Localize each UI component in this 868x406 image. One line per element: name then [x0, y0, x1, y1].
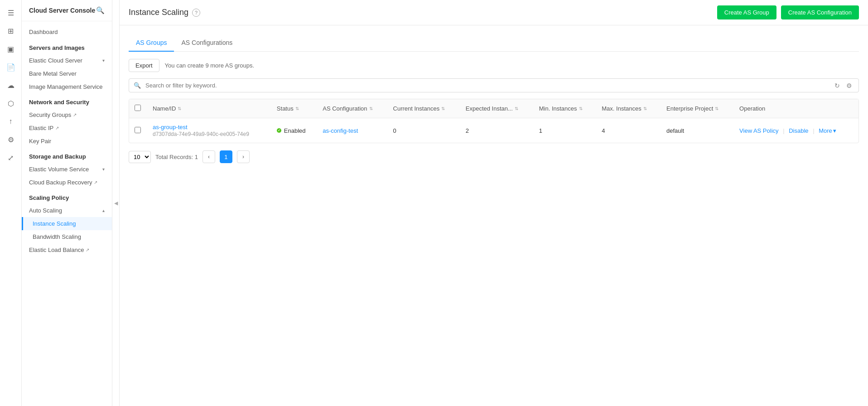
create-as-config-button[interactable]: Create AS Configuration — [781, 5, 859, 19]
external-link-icon-3: ↗ — [94, 180, 97, 185]
sidebar-item-image-mgmt[interactable]: Image Management Service — [22, 80, 112, 93]
search-icon: 🔍 — [134, 82, 141, 89]
instance-scaling-label: Instance Scaling — [33, 220, 76, 227]
app-title: Cloud Server Console — [29, 6, 95, 14]
prev-page-button[interactable]: ‹ — [203, 150, 215, 163]
pagination-total-label: Total Records: 1 — [155, 154, 198, 160]
sidebar-item-auto-scaling[interactable]: Auto Scaling ▴ — [22, 204, 112, 217]
external-link-icon-4: ↗ — [86, 247, 89, 252]
sort-icon-name[interactable]: ⇅ — [178, 106, 181, 111]
security-groups-label: Security Groups ↗ — [29, 111, 77, 118]
chevron-up-icon: ▴ — [102, 208, 105, 213]
toolbar: Export You can create 9 more AS groups. — [129, 59, 859, 72]
create-as-group-button[interactable]: Create AS Group — [717, 5, 776, 19]
sort-icon-status[interactable]: ⇅ — [295, 106, 299, 111]
select-all-checkbox[interactable] — [135, 105, 141, 111]
database-icon[interactable]: ▣ — [3, 41, 19, 57]
view-as-policy-link[interactable]: View AS Policy — [739, 127, 778, 134]
search-bar: 🔍 ↻ ⚙ — [129, 78, 859, 92]
cell-as-config: as-config-test — [317, 118, 387, 143]
col-header-max: Max. Instances⇅ — [596, 99, 661, 118]
quota-info: You can create 9 more AS groups. — [165, 62, 255, 69]
sidebar-item-key-pair[interactable]: Key Pair — [22, 135, 112, 148]
op-separator-2: | — [813, 127, 814, 134]
tab-as-configurations[interactable]: AS Configurations — [174, 34, 240, 52]
page-title: Instance Scaling — [129, 8, 188, 17]
sidebar-item-elastic-cloud-server[interactable]: Elastic Cloud Server ▾ — [22, 54, 112, 67]
sidebar-item-cloud-backup[interactable]: Cloud Backup Recovery ↗ — [22, 176, 112, 189]
cell-status: ✓ Enabled — [271, 118, 317, 143]
sort-icon-current[interactable]: ⇅ — [441, 106, 445, 111]
image-mgmt-label: Image Management Service — [29, 83, 103, 90]
next-page-button[interactable]: › — [237, 150, 250, 163]
sort-icon-max[interactable]: ⇅ — [643, 106, 647, 111]
sidebar-collapse-button[interactable]: ◀ — [112, 0, 120, 406]
cell-min-instances: 1 — [534, 118, 597, 143]
menu-icon[interactable]: ☰ — [3, 5, 19, 21]
sidebar-item-elastic-volume[interactable]: Elastic Volume Service ▾ — [22, 163, 112, 176]
col-header-operation: Operation — [734, 99, 858, 118]
tab-bar: AS Groups AS Configurations — [129, 34, 859, 52]
col-header-name-id: Name/ID⇅ — [147, 99, 271, 118]
network-icon[interactable]: ⬡ — [3, 95, 19, 111]
sidebar-item-bare-metal[interactable]: Bare Metal Server — [22, 67, 112, 80]
sort-icon-enterprise[interactable]: ⇅ — [715, 106, 719, 111]
sidebar-subitem-bandwidth-scaling[interactable]: Bandwidth Scaling — [22, 230, 112, 243]
col-header-enterprise: Enterprise Project⇅ — [661, 99, 734, 118]
export-button[interactable]: Export — [129, 59, 159, 72]
section-title-storage: Storage and Backup — [22, 148, 112, 163]
settings-columns-icon[interactable]: ⚙ — [844, 80, 854, 91]
more-link[interactable]: More ▾ — [819, 127, 836, 134]
section-title-network: Network and Security — [22, 93, 112, 108]
cell-enterprise-project: default — [661, 118, 734, 143]
auto-scaling-label: Auto Scaling — [29, 207, 62, 214]
sort-icon-expected[interactable]: ⇅ — [515, 106, 518, 111]
disable-link[interactable]: Disable — [789, 127, 808, 134]
sidebar-item-security-groups[interactable]: Security Groups ↗ — [22, 108, 112, 121]
elastic-lb-label: Elastic Load Balance ↗ — [29, 246, 89, 253]
sidebar-item-elastic-ip[interactable]: Elastic IP ↗ — [22, 121, 112, 135]
expand-icon[interactable]: ⤢ — [3, 150, 19, 166]
search-bar-actions: ↻ ⚙ — [833, 80, 854, 91]
file-icon[interactable]: 📄 — [3, 59, 19, 75]
page-size-select[interactable]: 10 20 50 — [129, 151, 151, 163]
sidebar-subitem-instance-scaling[interactable]: Instance Scaling — [22, 217, 112, 230]
sidebar-item-elastic-load-balance[interactable]: Elastic Load Balance ↗ — [22, 243, 112, 256]
home-icon[interactable]: ⊞ — [3, 23, 19, 39]
cell-current-instances: 0 — [388, 118, 460, 143]
cell-max-instances: 4 — [596, 118, 661, 143]
sidebar-search-icon[interactable]: 🔍 — [96, 6, 105, 14]
row-checkbox[interactable] — [135, 127, 141, 133]
search-input[interactable] — [143, 79, 833, 92]
section-title-scaling: Scaling Policy — [22, 189, 112, 204]
sort-icon-as-config[interactable]: ⇅ — [369, 106, 373, 111]
group-name-link[interactable]: as-group-test — [153, 124, 188, 130]
icon-bar: ☰ ⊞ ▣ 📄 ☁ ⬡ ↑ ⚙ ⤢ — [0, 0, 22, 406]
elastic-volume-label: Elastic Volume Service — [29, 166, 89, 173]
settings-icon[interactable]: ⚙ — [3, 131, 19, 148]
sidebar-header: Cloud Server Console 🔍 — [22, 0, 112, 21]
cell-name-id: as-group-test d7307dda-74e9-49a9-940c-ee… — [147, 118, 271, 143]
col-header-as-config: AS Configuration⇅ — [317, 99, 387, 118]
upload-icon[interactable]: ↑ — [3, 113, 19, 130]
section-title-servers: Servers and Images — [22, 39, 112, 54]
main-header: Instance Scaling ? Create AS Group Creat… — [120, 0, 868, 25]
elastic-cloud-server-label: Elastic Cloud Server — [29, 57, 82, 64]
chevron-down-icon-2: ▾ — [102, 167, 105, 172]
col-header-min: Min. Instances⇅ — [534, 99, 597, 118]
cell-expected-instances: 2 — [460, 118, 534, 143]
current-page-number[interactable]: 1 — [220, 150, 232, 163]
sidebar-item-dashboard[interactable]: Dashboard — [22, 25, 112, 39]
page-title-area: Instance Scaling ? — [129, 8, 200, 17]
cloud-icon[interactable]: ☁ — [3, 77, 19, 93]
tab-as-groups[interactable]: AS Groups — [129, 34, 174, 52]
elastic-ip-label: Elastic IP ↗ — [29, 125, 59, 131]
as-config-link[interactable]: as-config-test — [323, 127, 358, 134]
header-actions: Create AS Group Create AS Configuration — [717, 5, 859, 19]
main-content: Instance Scaling ? Create AS Group Creat… — [120, 0, 868, 406]
col-header-status: Status⇅ — [271, 99, 317, 118]
sort-icon-min[interactable]: ⇅ — [579, 106, 583, 111]
help-icon[interactable]: ? — [192, 9, 200, 17]
refresh-icon[interactable]: ↻ — [833, 80, 842, 91]
chevron-down-more-icon: ▾ — [833, 127, 836, 134]
